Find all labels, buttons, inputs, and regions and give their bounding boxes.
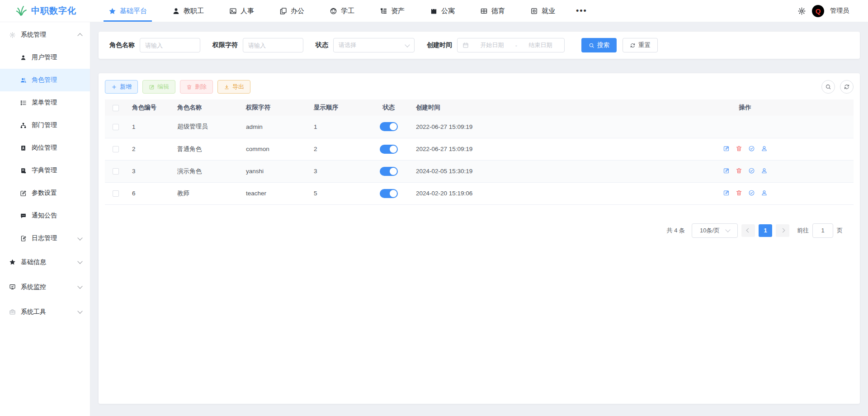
employment-icon <box>530 7 538 15</box>
chevron-down-icon <box>725 227 730 232</box>
sidebar-item-dict-management[interactable]: 字典管理 <box>0 159 90 182</box>
tab-more[interactable]: ••• <box>571 0 592 22</box>
status-toggle[interactable] <box>380 167 398 176</box>
status-toggle[interactable] <box>380 189 398 198</box>
toolbox-icon <box>9 308 16 315</box>
top-bar: 中职数字化 基础平台 教职工 人事 办公 学工 资产 公寓 <box>0 0 868 22</box>
table-row: 2 普通角色 common 2 2022-06-27 15:09:19 <box>105 138 854 160</box>
row-checkbox[interactable] <box>113 168 119 175</box>
sidebar-item-menu-management[interactable]: 菜单管理 <box>0 91 90 114</box>
tab-student[interactable]: 学工 <box>322 0 362 22</box>
goto-label: 前往 <box>797 227 809 235</box>
sidebar-item-role-management[interactable]: 角色管理 <box>0 69 90 91</box>
edit-button[interactable]: 编辑 <box>142 80 175 94</box>
delete-button[interactable]: 删除 <box>180 80 213 94</box>
row-checkbox[interactable] <box>113 190 119 197</box>
row-assign-user-icon[interactable] <box>761 145 768 152</box>
office-icon <box>279 7 287 15</box>
sidebar-group-system-tools[interactable]: 系统工具 <box>0 299 90 324</box>
select-all-checkbox[interactable] <box>113 105 119 111</box>
settings-gear-icon[interactable] <box>797 7 806 15</box>
field-status: 状态 请选择 <box>316 38 415 52</box>
tab-employment[interactable]: 就业 <box>523 0 563 22</box>
message-icon <box>20 213 27 219</box>
role-name-label: 角色名称 <box>109 41 135 49</box>
row-assign-user-icon[interactable] <box>761 189 768 196</box>
sidebar-item-post-management[interactable]: 岗位管理 <box>0 137 90 159</box>
status-toggle[interactable] <box>380 122 398 131</box>
reset-button[interactable]: 重置 <box>623 38 658 52</box>
start-date-placeholder: 开始日期 <box>473 41 511 49</box>
avatar[interactable]: Q <box>812 5 824 17</box>
page-size-select[interactable]: 10条/页 <box>692 223 738 238</box>
page-unit-label: 页 <box>837 227 843 235</box>
menu-tree-icon <box>20 99 27 106</box>
end-date-placeholder: 结束日期 <box>522 41 559 49</box>
pagination: 共 4 条 10条/页 1 前往 页 <box>105 223 854 238</box>
export-button[interactable]: 导出 <box>217 80 250 94</box>
row-delete-icon[interactable] <box>736 189 742 196</box>
add-button[interactable]: 新增 <box>105 80 138 94</box>
role-name-input[interactable] <box>140 38 200 52</box>
current-user-name[interactable]: 管理员 <box>830 7 849 15</box>
chevron-down-icon <box>77 284 82 288</box>
col-role-name: 角色名称 <box>172 99 241 116</box>
sidebar-group-basic-info[interactable]: 基础信息 <box>0 250 90 274</box>
row-edit-icon[interactable] <box>723 145 730 152</box>
row-auth-check-icon[interactable] <box>748 189 755 196</box>
row-auth-check-icon[interactable] <box>748 167 755 174</box>
col-created: 创建时间 <box>410 99 637 116</box>
main-content: 角色名称 权限字符 状态 请选择 创建时间 开始日期 - 结束日期 搜索 <box>90 22 868 416</box>
col-role-id: 角色编号 <box>127 99 172 116</box>
tab-moral[interactable]: 德育 <box>472 0 513 22</box>
row-delete-icon[interactable] <box>736 145 742 152</box>
perm-key-input[interactable] <box>243 38 303 52</box>
status-label: 状态 <box>316 41 328 49</box>
tab-apartment[interactable]: 公寓 <box>422 0 462 22</box>
search-button[interactable]: 搜索 <box>581 38 617 52</box>
next-page-button[interactable] <box>776 224 789 237</box>
total-count: 共 4 条 <box>667 227 685 235</box>
sidebar-item-param-settings[interactable]: 参数设置 <box>0 182 90 204</box>
tab-office[interactable]: 办公 <box>272 0 312 22</box>
tab-platform[interactable]: 基础平台 <box>101 0 155 22</box>
user-icon <box>20 54 27 61</box>
calendar-icon <box>462 42 469 48</box>
date-range-picker[interactable]: 开始日期 - 结束日期 <box>457 38 565 52</box>
status-toggle[interactable] <box>380 145 398 154</box>
status-select[interactable]: 请选择 <box>333 38 415 52</box>
sidebar-item-user-management[interactable]: 用户管理 <box>0 46 90 69</box>
sidebar-group-log-management[interactable]: 日志管理 <box>0 227 90 250</box>
goto-page-input[interactable] <box>812 223 833 238</box>
field-perm-key: 权限字符 <box>212 38 303 52</box>
dictionary-icon <box>20 167 27 174</box>
sidebar-item-notice[interactable]: 通知公告 <box>0 204 90 227</box>
search-icon <box>589 43 594 48</box>
row-delete-icon[interactable] <box>736 167 742 174</box>
sidebar-item-dept-management[interactable]: 部门管理 <box>0 114 90 137</box>
refresh-table-button[interactable] <box>840 80 854 94</box>
show-search-button[interactable] <box>821 80 835 94</box>
sidebar-group-system-management[interactable]: 系统管理 <box>0 24 90 46</box>
chevron-down-icon <box>77 259 82 264</box>
row-checkbox[interactable] <box>113 124 119 130</box>
sidebar-group-system-monitor[interactable]: 系统监控 <box>0 274 90 299</box>
prev-page-button[interactable] <box>741 224 755 237</box>
perm-key-label: 权限字符 <box>212 41 238 49</box>
row-auth-check-icon[interactable] <box>748 145 755 152</box>
page-number-button[interactable]: 1 <box>759 224 772 237</box>
star-icon <box>9 259 16 265</box>
row-edit-icon[interactable] <box>723 189 730 196</box>
search-icon <box>825 84 831 90</box>
tab-asset[interactable]: 资产 <box>372 0 412 22</box>
monitor-icon <box>9 284 16 290</box>
row-edit-icon[interactable] <box>723 167 730 174</box>
row-assign-user-icon[interactable] <box>761 167 768 174</box>
refresh-icon <box>630 43 636 48</box>
edit-icon <box>20 190 27 197</box>
tab-staff[interactable]: 教职工 <box>165 0 212 22</box>
trash-icon <box>186 84 192 90</box>
tab-hr[interactable]: 人事 <box>222 0 262 22</box>
row-checkbox[interactable] <box>113 146 119 152</box>
org-chart-icon <box>20 122 27 129</box>
